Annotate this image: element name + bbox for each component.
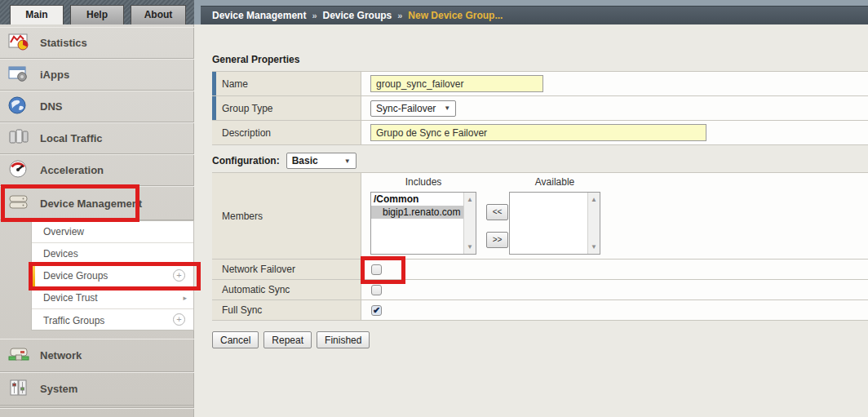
dns-icon	[8, 96, 29, 117]
scroll-down-icon[interactable]: ▼	[588, 243, 600, 251]
sidebar-item-label: Device Management	[40, 197, 142, 210]
sidebar-item-label: iApps	[40, 69, 69, 81]
scroll-down-icon[interactable]: ▼	[464, 243, 476, 251]
network-icon	[8, 345, 29, 366]
section-title-general-properties: General Properties	[212, 54, 299, 65]
sidebar-item-label: Statistics	[40, 37, 87, 49]
repeat-button[interactable]: Repeat	[264, 331, 312, 348]
members-row: Members Includes Available /Common bigip…	[212, 172, 868, 260]
includes-header: Includes	[370, 176, 476, 188]
submenu-item-label: Overview	[43, 226, 84, 237]
members-label: Members	[212, 173, 361, 259]
list-item-bigip1-selected[interactable]: bigip1.renato.com	[371, 206, 464, 219]
submenu-item-devices[interactable]: Devices	[32, 243, 193, 265]
includes-scrollbar[interactable]: ▲ ▼	[463, 193, 476, 254]
breadcrumb-current-page: New Device Group...	[408, 10, 503, 21]
network-failover-row: Network Failover	[212, 260, 868, 280]
breadcrumb: Device Management » Device Groups » New …	[201, 6, 868, 24]
sidebar-item-acceleration[interactable]: Acceleration	[0, 154, 194, 186]
chevron-right-icon: ▸	[183, 294, 187, 302]
sidebar-item-label: System	[40, 383, 78, 395]
breadcrumb-device-management[interactable]: Device Management	[212, 10, 306, 21]
sidebar-item-label: Local Traffic	[40, 132, 103, 144]
sidebar-item-dns[interactable]: DNS	[0, 91, 194, 122]
sidebar-item-iapps[interactable]: iApps	[0, 59, 194, 91]
header-strip: Device Management » Device Groups » New …	[194, 0, 868, 24]
sidebar-item-network[interactable]: Network	[0, 339, 194, 372]
statistics-icon	[8, 33, 29, 53]
configuration-row: Configuration: Basic ▼	[212, 153, 356, 169]
full-sync-label: Full Sync	[212, 300, 361, 320]
system-icon	[8, 379, 29, 399]
add-device-group-icon[interactable]: +	[173, 269, 185, 282]
cancel-button[interactable]: Cancel	[212, 331, 259, 348]
submenu-item-overview[interactable]: Overview	[32, 221, 193, 243]
chevron-down-icon: ▼	[444, 104, 450, 112]
table-row-name: Name	[212, 72, 868, 96]
scroll-up-icon[interactable]: ▲	[464, 196, 476, 203]
network-failover-checkbox[interactable]	[371, 264, 382, 275]
table-row-group-type: Group Type Sync-Failover ▼	[212, 96, 868, 121]
tab-help[interactable]: Help	[70, 5, 124, 24]
add-traffic-group-icon[interactable]: +	[173, 313, 185, 326]
move-to-includes-button[interactable]: <<	[486, 204, 508, 220]
iapps-icon	[8, 65, 29, 85]
includes-listbox[interactable]: /Common bigip1.renato.com ▲ ▼	[370, 192, 476, 255]
form-actions: Cancel Repeat Finished	[212, 331, 370, 348]
name-label: Name	[212, 72, 361, 95]
submenu-item-device-groups[interactable]: Device Groups +	[32, 265, 193, 287]
breadcrumb-device-groups[interactable]: Device Groups	[323, 10, 392, 21]
device-management-submenu: Overview Devices Device Groups + Device …	[31, 220, 194, 330]
configuration-select[interactable]: Basic ▼	[286, 153, 356, 169]
bigip-device-group-page: Main Help About Device Management » Devi…	[0, 0, 868, 417]
main-navigation: Statistics iApps DNS Local Traffic Accel	[0, 24, 194, 417]
automatic-sync-row: Automatic Sync	[212, 280, 868, 300]
acceleration-icon	[8, 160, 29, 180]
breadcrumb-separator: »	[312, 11, 317, 20]
sidebar-item-device-management[interactable]: Device Management	[0, 186, 194, 220]
full-sync-row: Full Sync ✔	[212, 300, 868, 321]
scroll-up-icon[interactable]: ▲	[588, 196, 600, 203]
list-item-common-folder[interactable]: /Common	[371, 193, 464, 206]
submenu-item-device-trust[interactable]: Device Trust ▸	[32, 287, 193, 309]
automatic-sync-label: Automatic Sync	[212, 280, 361, 299]
sidebar-item-label: Network	[40, 349, 82, 362]
group-type-label: Group Type	[212, 96, 361, 120]
automatic-sync-checkbox[interactable]	[371, 285, 382, 295]
sidebar-item-label: DNS	[40, 100, 62, 113]
sidebar-item-label: Acceleration	[40, 164, 104, 176]
breadcrumb-separator: »	[397, 11, 402, 20]
tab-bar: Main Help About	[0, 0, 194, 24]
name-input[interactable]	[370, 75, 543, 92]
tab-main[interactable]: Main	[10, 5, 64, 24]
available-listbox[interactable]: ▲ ▼	[509, 192, 600, 255]
members-editor: Includes Available /Common bigip1.renato…	[361, 173, 868, 259]
available-header: Available	[509, 176, 600, 188]
table-row-description: Description	[212, 121, 868, 145]
general-properties-table: Name Group Type Sync-Failover ▼ Descript…	[212, 71, 868, 145]
sidebar-item-system[interactable]: System	[0, 372, 194, 406]
network-failover-label: Network Failover	[212, 260, 361, 279]
group-type-selected-value: Sync-Failover	[376, 103, 436, 114]
move-to-available-button[interactable]: >>	[486, 232, 508, 248]
sidebar-item-statistics[interactable]: Statistics	[0, 27, 194, 59]
configuration-selected-value: Basic	[292, 155, 318, 166]
device-management-icon	[8, 193, 29, 214]
local-traffic-icon	[8, 128, 29, 149]
tab-about[interactable]: About	[131, 5, 186, 24]
submenu-item-label: Traffic Groups	[43, 315, 104, 326]
submenu-item-traffic-groups[interactable]: Traffic Groups +	[32, 309, 193, 331]
sidebar-item-local-traffic[interactable]: Local Traffic	[0, 122, 194, 154]
submenu-item-label: Devices	[43, 248, 78, 260]
description-label: Description	[212, 121, 361, 144]
description-input[interactable]	[370, 124, 706, 141]
full-sync-checkbox[interactable]: ✔	[371, 305, 382, 316]
group-type-select[interactable]: Sync-Failover ▼	[370, 100, 456, 117]
sidebar-divider	[0, 407, 194, 409]
submenu-item-label: Device Trust	[43, 292, 98, 304]
chevron-down-icon: ▼	[344, 157, 351, 165]
available-scrollbar[interactable]: ▲ ▼	[587, 193, 600, 254]
configuration-label: Configuration:	[212, 155, 280, 166]
finished-button[interactable]: Finished	[317, 331, 370, 348]
submenu-item-label: Device Groups	[43, 270, 108, 282]
